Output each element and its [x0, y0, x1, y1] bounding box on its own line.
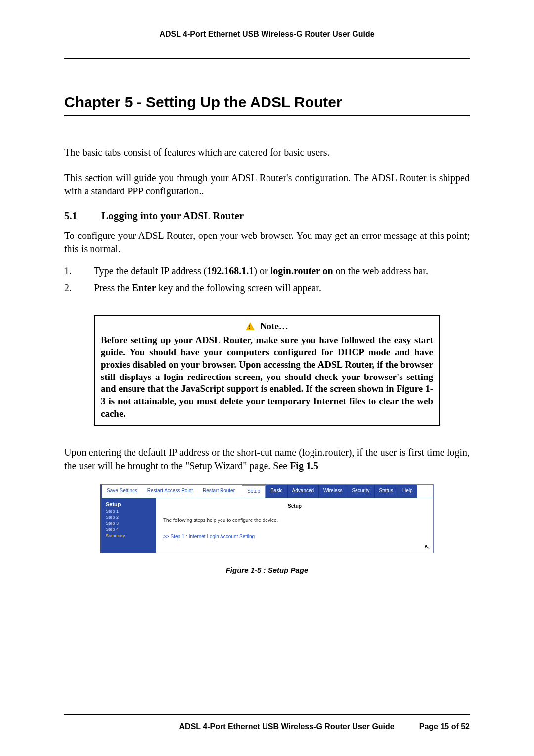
tab-advanced[interactable]: Advanced [287, 485, 318, 498]
restart-ap-link[interactable]: Restart Access Point [142, 485, 198, 498]
note-title: Note… [101, 320, 433, 332]
section-number: 5.1 [64, 210, 99, 222]
panel-title: Setup [163, 503, 426, 509]
panel-text: The following steps help you to configur… [163, 518, 426, 523]
cursor-icon: ↖ [424, 542, 431, 551]
note-body-post: You should have your computers configure… [101, 347, 433, 418]
warning-icon [246, 322, 255, 330]
note-label: Note… [260, 321, 288, 331]
step-2: 2.Press the Enter key and the following … [64, 281, 470, 295]
section-title: Logging into your ADSL Router [101, 210, 244, 222]
footer-title: ADSL 4-Port Ethernet USB Wireless-G Rout… [179, 722, 395, 731]
router-top-bar: Save Settings Restart Access Point Resta… [102, 485, 433, 498]
figure-caption: Figure 1-5 : Setup Page [64, 566, 470, 574]
chapter-intro-2: This section will guide you through your… [64, 171, 470, 198]
chapter-intro-1: The basic tabs consist of features which… [64, 146, 470, 159]
tab-security[interactable]: Security [347, 485, 374, 498]
sidebar-step1[interactable]: Step 1 [106, 508, 152, 515]
save-settings-link[interactable]: Save Settings [102, 485, 142, 498]
page-footer: ADSL 4-Port Ethernet USB Wireless-G Rout… [64, 714, 470, 731]
tab-help[interactable]: Help [398, 485, 417, 498]
document-page: ADSL 4-Port Ethernet USB Wireless-G Rout… [0, 0, 534, 756]
router-ui-figure: Save Settings Restart Access Point Resta… [100, 484, 434, 553]
tab-setup-active[interactable]: Setup [242, 485, 266, 498]
chapter-title: Chapter 5 - Setting Up the ADSL Router [64, 94, 470, 111]
restart-router-link[interactable]: Restart Router [198, 485, 240, 498]
section-heading: 5.1 Logging into your ADSL Router [64, 210, 470, 222]
after-note-paragraph: Upon entering the default IP address or … [64, 446, 470, 472]
router-main-panel: Setup The following steps help you to co… [156, 498, 433, 553]
sidebar-summary[interactable]: Summary [106, 533, 152, 539]
sidebar-title: Setup [106, 501, 152, 507]
section-lead: To configure your ADSL Router, open your… [64, 229, 470, 256]
tab-status[interactable]: Status [374, 485, 398, 498]
sidebar-step3[interactable]: Step 3 [106, 520, 152, 527]
panel-step1-link[interactable]: >> Step 1 : Internet Login Account Setti… [163, 534, 255, 539]
sidebar-step4[interactable]: Step 4 [106, 526, 152, 533]
step-list: 1.Type the default IP address (192.168.1… [64, 264, 470, 295]
note-box: Note… Before setting up your ADSL Router… [94, 315, 440, 426]
header-rule [64, 58, 470, 59]
router-sidebar: Setup Step 1 Step 2 Step 3 Step 4 Summar… [102, 498, 156, 553]
step-1: 1.Type the default IP address (192.168.1… [64, 264, 470, 278]
running-header: ADSL 4-Port Ethernet USB Wireless-G Rout… [64, 30, 470, 39]
footer-page: Page 15 of 52 [419, 722, 470, 731]
tab-basic[interactable]: Basic [266, 485, 287, 498]
note-body-pre: Before setting up your ADSL Router, make… [101, 335, 394, 345]
router-body: Setup Step 1 Step 2 Step 3 Step 4 Summar… [102, 498, 433, 553]
tab-wireless[interactable]: Wireless [318, 485, 347, 498]
sidebar-step2[interactable]: Step 2 [106, 514, 152, 520]
chapter-rule [64, 115, 470, 116]
